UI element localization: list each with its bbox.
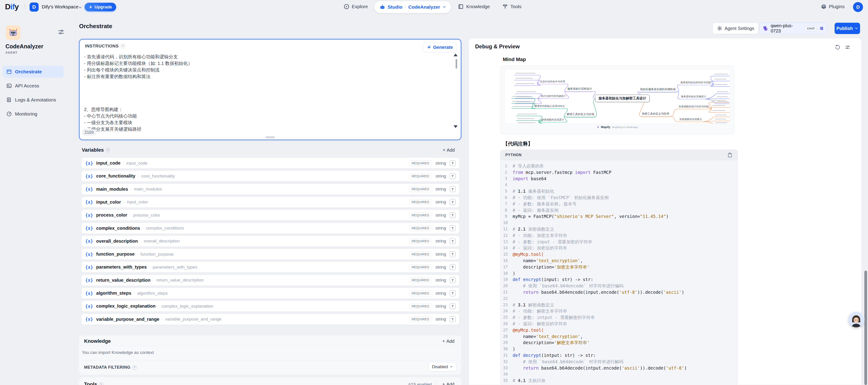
string-type-icon[interactable]: T [450,199,456,205]
variable-label: parameters_with_types [153,265,197,270]
nav-current-app[interactable]: CodeAnalyzer [408,4,440,10]
nav-studio-pill[interactable]: Studio / CodeAnalyzer [374,1,451,13]
separator-dot: · [138,174,139,178]
variable-name: complex_conditions [96,225,140,231]
add-variable-button[interactable]: +Add [443,147,455,153]
string-type-icon[interactable]: T [450,225,456,231]
publish-button[interactable]: Publish [835,23,860,34]
variable-row[interactable]: {x}variable_purpose_and_range·variable_p… [81,314,460,325]
variable-row[interactable]: {x}input_color·input_colorREQUIREDstring… [81,197,460,208]
metadata-filtering-select[interactable]: Disabled [429,362,456,372]
user-avatar[interactable]: D [853,2,863,12]
copy-icon[interactable] [727,152,733,158]
model-mode-badge: CHAT [805,26,817,31]
code-line: 3import base64 [503,176,738,182]
nav-tools[interactable]: Tools [502,4,522,9]
sidebar-item-monitoring[interactable]: Monitoring [3,108,64,120]
model-config-sliders-icon[interactable] [819,26,824,31]
scroll-up-arrow[interactable] [454,54,458,56]
assistant-avatar[interactable] [848,312,864,327]
upgrade-button[interactable]: Upgrade [85,3,116,11]
workspace-name[interactable]: Dify's Workspace [42,4,79,9]
help-icon[interactable]: ? [132,365,137,370]
string-type-icon[interactable]: T [450,212,456,218]
generate-button[interactable]: Generate [423,42,457,52]
help-icon[interactable]: ? [99,382,103,385]
qwen-logo-icon [762,25,769,32]
code-line: 16 name='text_encryption', [503,258,738,264]
string-type-icon[interactable]: T [450,251,456,257]
code-block-body[interactable]: 1# 导入必要的库2from mcp.server.fastmcp import… [500,160,738,384]
string-type-icon[interactable]: T [450,316,456,322]
variable-meta: REQUIREDstringT [409,251,456,257]
app-icon[interactable] [6,26,21,40]
logs-icon [6,97,12,103]
agent-settings-button[interactable]: Agent Settings [713,23,758,34]
variable-row[interactable]: {x}parameters_with_types·parameters_with… [81,261,460,273]
sidebar-item-logs-annotations[interactable]: Logs & Annotations [3,94,64,106]
variable-row[interactable]: {x}core_functionality·core_functionality… [81,171,460,182]
variable-row[interactable]: {x}function_purpose·function_purposeREQU… [81,249,460,260]
string-type-icon[interactable]: T [450,303,456,309]
variable-row[interactable]: {x}return_value_description·return_value… [81,275,460,286]
panel-settings-icon[interactable] [845,44,850,50]
window-scrollbar-thumb[interactable] [864,271,867,385]
nav-plugins[interactable]: Plugins [821,4,845,9]
editor-scrollbar-thumb[interactable] [456,59,457,69]
string-type-icon[interactable]: T [450,160,456,166]
variable-label: algorithm_steps [137,291,168,296]
string-type-icon[interactable]: T [450,264,456,270]
variable-row[interactable]: {x}algorithm_steps·algorithm_stepsREQUIR… [81,288,460,299]
string-type-icon[interactable]: T [450,290,456,296]
restart-icon[interactable] [835,44,840,50]
sidebar-item-api-access[interactable]: API Access [3,80,64,92]
nav-explore[interactable]: Explore [344,4,368,9]
variable-type: string [436,317,446,322]
string-type-icon[interactable]: T [450,238,456,244]
mindmap-card[interactable]: 服务器初始化与加解密工具设计 服务器执行流程设计 主执行块的条件与作用 执行过程… [500,66,734,134]
app-settings-icon[interactable] [57,28,65,36]
variable-name: function_purpose [96,251,134,257]
string-type-icon[interactable]: T [450,173,456,179]
variable-name: main_modules [96,186,128,192]
code-text: # - 参数: intput - 需要解密的字符串 [513,314,595,321]
scroll-down-arrow[interactable] [454,125,458,128]
code-text: # 1.1 服务器初始化 [513,188,554,195]
variable-row[interactable]: {x}complex_conditions·complex_conditions… [81,223,460,234]
required-badge: REQUIRED [409,238,432,244]
add-knowledge-button[interactable]: +Add [442,339,455,344]
instruction-line: 2、思维导图构建： [84,106,447,113]
mapify-watermark: MapifyAnything to mindmaps [500,125,734,129]
variable-row[interactable]: {x}main_modules·main_modulesREQUIREDstri… [81,184,460,195]
instructions-card[interactable]: INSTRUCTIONS ? Generate - 首先通读代码，识别所有核心功… [79,39,461,140]
instructions-editor[interactable]: - 首先通读代码，识别所有核心功能和逻辑分支- 用分级标题标记主要功能模块（如:… [84,54,447,133]
sidebar-item-orchestrate[interactable]: Orchestrate [3,66,64,78]
variable-meta: REQUIREDstringT [409,316,456,322]
help-icon[interactable]: ? [106,148,110,152]
resize-handle[interactable] [266,136,275,138]
chevron-down-icon[interactable] [442,5,446,9]
chevron-down-icon[interactable] [78,5,82,9]
variable-row[interactable]: {x}complex_logic_explanation·complex_log… [81,301,460,312]
code-line: 20 # 使用 `base64.b64encode` 对字符串进行编码 [503,283,738,289]
line-number: 15 [503,251,513,258]
sparkle-icon [89,5,93,9]
code-text: # - 功能: 使用 `FastMCP` 初始化服务器实例 [513,195,609,201]
variable-meta: REQUIREDstringT [409,264,456,270]
model-selector[interactable]: qwen-plus-0723 CHAT [759,23,827,34]
variable-name: variable_purpose_and_range [96,317,159,322]
code-line: 17 description='加密文本字符串' [503,264,738,270]
nav-studio[interactable]: Studio [388,4,402,10]
dify-logo[interactable]: Dify [5,2,19,11]
variable-row[interactable]: {x}process_color·process_colorREQUIREDst… [81,210,460,221]
nav-knowledge[interactable]: Knowledge [458,4,490,9]
variable-row[interactable]: {x}overall_description·overall_descripti… [81,236,460,247]
add-tool-button[interactable]: +Add [442,382,455,385]
help-icon[interactable]: ? [121,44,125,48]
code-text: return base64.b64encode(input.encode('ut… [513,289,684,295]
string-type-icon[interactable]: T [450,186,456,192]
mindmap-branch: 初始化服务器实例的关键组成 [639,88,677,93]
variable-row[interactable]: {x}input_code·input_codeREQUIREDstringT [81,158,460,169]
string-type-icon[interactable]: T [450,277,456,283]
workspace-avatar[interactable]: D [30,2,39,11]
